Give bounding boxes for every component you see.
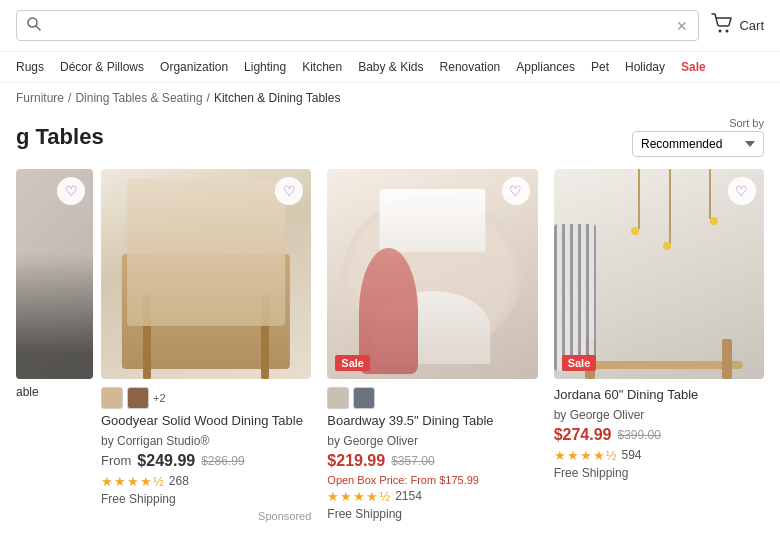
header: dinning table ✕ Cart	[0, 0, 780, 52]
swatch-2-1[interactable]	[327, 387, 349, 409]
shipping-1: Free Shipping	[101, 492, 311, 506]
swatch-more-1[interactable]: +2	[153, 392, 166, 404]
sort-select[interactable]: Recommended Price: Low to High Price: Hi…	[632, 131, 764, 157]
rating-row-1: ★★★★½ 268	[101, 474, 311, 489]
svg-line-1	[36, 26, 40, 30]
nav: Rugs Décor & Pillows Organization Lighti…	[0, 52, 780, 83]
rating-count-3: 594	[622, 448, 642, 462]
stars-2: ★★★★½	[327, 489, 391, 504]
breadcrumb-furniture[interactable]: Furniture	[16, 91, 64, 105]
swatch-1-2[interactable]	[127, 387, 149, 409]
product-brand-3: by George Oliver	[554, 408, 764, 422]
search-input[interactable]: dinning table	[47, 18, 670, 33]
product-col-3: ♡ Sale Jordana 60" Dining Table by Georg…	[546, 169, 772, 522]
product-col-1: ♡ +2 Goodyear Solid Wood Dining Table by…	[93, 169, 319, 522]
stars-3: ★★★★½	[554, 448, 618, 463]
nav-item-baby[interactable]: Baby & Kids	[358, 60, 423, 74]
product-brand-2: by George Oliver	[327, 434, 537, 448]
svg-point-2	[719, 30, 722, 33]
nav-item-holiday[interactable]: Holiday	[625, 60, 665, 74]
open-box-price-2: Open Box Price: From $175.99	[327, 474, 537, 486]
product-card-3: ♡ Sale Jordana 60" Dining Table by Georg…	[554, 169, 764, 480]
swatches-1: +2	[101, 387, 311, 409]
swatch-1-1[interactable]	[101, 387, 123, 409]
nav-item-organization[interactable]: Organization	[160, 60, 228, 74]
nav-item-rugs[interactable]: Rugs	[16, 60, 44, 74]
svg-point-3	[726, 30, 729, 33]
title-row: g Tables Sort by Recommended Price: Low …	[0, 113, 780, 169]
sale-badge-3: Sale	[562, 355, 597, 371]
nav-item-lighting[interactable]: Lighting	[244, 60, 286, 74]
price-row-1: From $249.99 $286.99	[101, 452, 311, 470]
wishlist-button-3[interactable]: ♡	[728, 177, 756, 205]
product-brand-1: by Corrigan Studio®	[101, 434, 311, 448]
sponsored-label-1: Sponsored	[101, 510, 311, 522]
nav-item-appliances[interactable]: Appliances	[516, 60, 575, 74]
product-card-2: ♡ Sale Boardway 39.5" Dining Table by Ge…	[327, 169, 537, 521]
sort-label: Sort by	[729, 117, 764, 129]
nav-item-sale[interactable]: Sale	[681, 60, 706, 74]
nav-item-kitchen[interactable]: Kitchen	[302, 60, 342, 74]
price-from-label-1: From	[101, 453, 131, 468]
wishlist-button-2[interactable]: ♡	[502, 177, 530, 205]
nav-item-decor[interactable]: Décor & Pillows	[60, 60, 144, 74]
swatch-2-2[interactable]	[353, 387, 375, 409]
price-current-2: $219.99	[327, 452, 385, 470]
price-current-3: $274.99	[554, 426, 612, 444]
sale-badge-2: Sale	[335, 355, 370, 371]
rating-row-3: ★★★★½ 594	[554, 448, 764, 463]
price-original-2: $357.00	[391, 454, 434, 468]
swatches-2	[327, 387, 537, 409]
products-grid: ♡ able ♡ +2	[0, 169, 780, 522]
product-card-partial: ♡ able	[16, 169, 93, 401]
breadcrumb-current: Kitchen & Dining Tables	[214, 91, 341, 105]
rating-count-2: 2154	[395, 489, 422, 503]
shipping-2: Free Shipping	[327, 507, 537, 521]
product-col-2: ♡ Sale Boardway 39.5" Dining Table by Ge…	[319, 169, 545, 522]
price-current-1: $249.99	[137, 452, 195, 470]
nav-item-pet[interactable]: Pet	[591, 60, 609, 74]
wishlist-button-partial[interactable]: ♡	[57, 177, 85, 205]
breadcrumb-dining-tables[interactable]: Dining Tables & Seating	[75, 91, 202, 105]
partial-product: ♡ able	[8, 169, 93, 522]
price-original-1: $286.99	[201, 454, 244, 468]
sort-area: Sort by Recommended Price: Low to High P…	[632, 117, 764, 157]
product-name-2: Boardway 39.5" Dining Table	[327, 413, 537, 430]
cart-button[interactable]: Cart	[711, 13, 764, 38]
price-original-3: $399.00	[618, 428, 661, 442]
rating-row-2: ★★★★½ 2154	[327, 489, 537, 504]
page-title: g Tables	[16, 124, 104, 150]
stars-1: ★★★★½	[101, 474, 165, 489]
partial-product-name: able	[16, 385, 93, 401]
rating-count-1: 268	[169, 474, 189, 488]
product-name-1: Goodyear Solid Wood Dining Table	[101, 413, 311, 430]
product-card-1: ♡ +2 Goodyear Solid Wood Dining Table by…	[101, 169, 311, 522]
search-icon	[27, 17, 41, 34]
breadcrumb: Furniture / Dining Tables & Seating / Ki…	[0, 83, 780, 113]
search-bar: dinning table ✕	[16, 10, 699, 41]
product-name-3: Jordana 60" Dining Table	[554, 387, 764, 404]
nav-item-renovation[interactable]: Renovation	[440, 60, 501, 74]
shipping-3: Free Shipping	[554, 466, 764, 480]
cart-label: Cart	[739, 18, 764, 33]
cart-icon	[711, 13, 733, 38]
price-row-2: $219.99 $357.00	[327, 452, 537, 470]
price-row-3: $274.99 $399.00	[554, 426, 764, 444]
clear-icon[interactable]: ✕	[676, 18, 688, 34]
